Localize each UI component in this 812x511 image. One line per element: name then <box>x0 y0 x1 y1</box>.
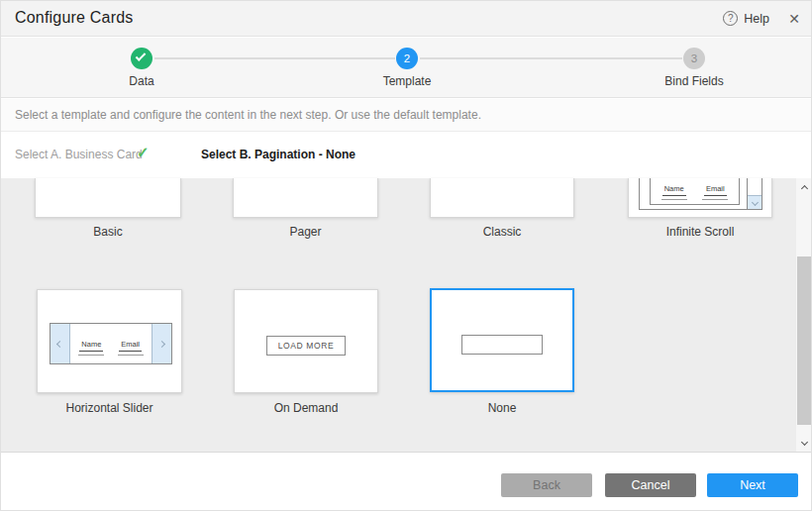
template-label-on-demand: On Demand <box>234 401 378 415</box>
title-bar: Configure Cards ? Help ✕ <box>1 1 811 37</box>
scrollbar-up-button[interactable] <box>796 180 812 196</box>
cancel-button[interactable]: Cancel <box>605 473 696 497</box>
preview-scrollbar <box>747 178 762 210</box>
none-preview-box <box>461 335 543 355</box>
preview-name-column: Name <box>657 178 692 200</box>
preview-scroll-down-cell <box>748 195 761 209</box>
dialog-title: Configure Cards <box>15 9 134 27</box>
step-template-indicator[interactable]: 2 <box>396 48 418 69</box>
step-data-label: Data <box>82 74 201 88</box>
template-label-basic: Basic <box>35 225 181 239</box>
scrollbar-down-button[interactable] <box>796 434 812 450</box>
preview-underline <box>702 199 728 200</box>
scrollbar-thumb[interactable] <box>797 256 811 425</box>
template-label-pager: Pager <box>233 225 378 239</box>
chevron-down-icon <box>751 199 758 206</box>
step-bind-fields-label: Bind Fields <box>635 74 754 88</box>
tab-select-pagination[interactable]: Select B. Pagination - None <box>201 148 355 161</box>
template-label-infinite-scroll: Infinite Scroll <box>628 225 772 239</box>
slider-next-cell <box>152 324 171 363</box>
preview-underline <box>661 199 687 200</box>
preview-name-column: Name <box>73 333 109 356</box>
configure-cards-dialog: Configure Cards ? Help ✕ Data 2 Template… <box>0 0 812 511</box>
chevron-right-icon <box>158 340 165 347</box>
chevron-up-icon <box>800 184 807 191</box>
selection-tabs: Select A. Business Card ✓ Select B. Pagi… <box>1 133 811 178</box>
next-button[interactable]: Next <box>707 473 798 497</box>
stepper-connector-1 <box>154 57 395 59</box>
preview-underline <box>118 355 144 356</box>
close-icon[interactable]: ✕ <box>788 10 800 28</box>
template-gallery: Basic Pager Classic Name Email <box>1 178 811 453</box>
tab-a-check-icon: ✓ <box>137 144 150 161</box>
template-card-none-selected[interactable] <box>430 288 574 392</box>
tab-select-business-card[interactable]: Select A. Business Card <box>15 148 143 161</box>
step-data-indicator[interactable] <box>131 48 152 69</box>
template-card-infinite-scroll[interactable]: Name Email <box>628 178 772 218</box>
template-card-basic[interactable] <box>35 178 181 218</box>
preview-email-column: Email <box>113 333 149 356</box>
template-card-horizontal-slider[interactable]: Name Email <box>37 289 182 393</box>
dialog-footer: Back Cancel Next <box>1 453 811 511</box>
step-bind-fields-indicator[interactable]: 3 <box>683 48 705 69</box>
instruction-bar: Select a template and configure the cont… <box>1 99 811 132</box>
instruction-text: Select a template and configure the cont… <box>15 108 481 122</box>
infinite-scroll-preview-card: Name Email <box>650 178 740 205</box>
preview-email-column: Email <box>697 178 733 200</box>
help-icon[interactable]: ? <box>723 11 738 26</box>
chevron-left-icon <box>56 340 63 347</box>
template-label-horizontal-slider: Horizontal Slider <box>37 401 182 415</box>
step-template-label: Template <box>348 74 466 88</box>
template-label-classic: Classic <box>430 225 574 239</box>
chevron-down-icon <box>800 438 807 445</box>
back-button[interactable]: Back <box>501 473 592 497</box>
help-label[interactable]: Help <box>744 12 769 26</box>
gallery-scrollbar[interactable] <box>796 178 812 452</box>
template-card-on-demand[interactable]: LOAD MORE <box>234 289 378 393</box>
preview-underline <box>78 355 104 356</box>
slider-card-preview: Name Email <box>70 324 152 363</box>
slider-prev-cell <box>51 324 70 363</box>
check-icon <box>136 51 147 61</box>
wizard-stepper: Data 2 Template 3 Bind Fields <box>1 38 811 98</box>
template-card-pager[interactable] <box>233 178 378 218</box>
help-button[interactable]: ? Help <box>723 11 769 26</box>
load-more-preview-button: LOAD MORE <box>266 336 346 356</box>
template-label-none: None <box>430 401 574 415</box>
template-card-classic[interactable] <box>430 178 574 218</box>
horizontal-slider-preview: Name Email <box>50 323 172 364</box>
stepper-connector-2 <box>420 57 682 59</box>
